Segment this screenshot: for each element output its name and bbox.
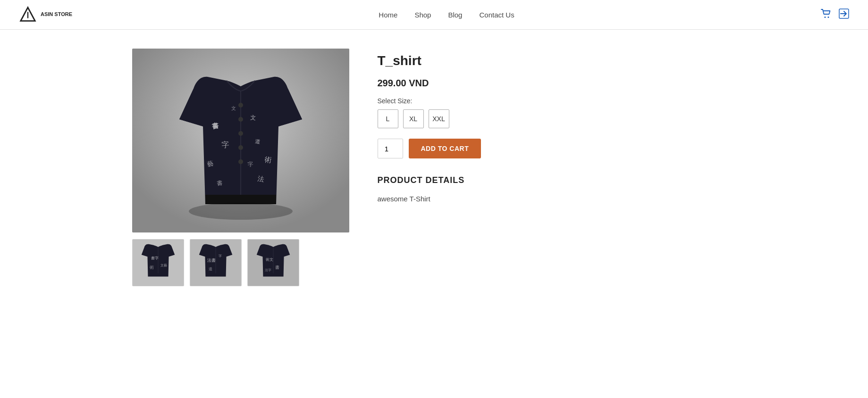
thumbnail-2[interactable]: 法書 字 道 <box>190 239 242 286</box>
svg-text:術文: 術文 <box>266 257 273 262</box>
size-label: Select Size: <box>378 97 736 105</box>
main-nav: Home Shop Blog Contact Us <box>379 11 514 19</box>
logo-text: ASIN STORE <box>41 11 72 17</box>
main-product-image: 書 文 字 道 藝 術 書 法 文 字 <box>132 49 349 232</box>
main-content: 書 文 字 道 藝 術 書 法 文 字 <box>104 30 765 305</box>
cart-icon <box>821 9 831 18</box>
nav-icon-area <box>821 8 849 21</box>
product-details-heading: PRODUCT DETAILS <box>378 175 736 185</box>
svg-point-7 <box>238 103 243 108</box>
svg-text:文: 文 <box>231 106 236 111</box>
size-btn-l[interactable]: L <box>378 109 398 128</box>
svg-text:文: 文 <box>250 114 256 121</box>
svg-point-11 <box>238 159 243 164</box>
nav-contact[interactable]: Contact Us <box>479 11 514 19</box>
product-description: awesome T-Shirt <box>378 195 736 203</box>
svg-point-10 <box>238 145 243 150</box>
add-to-cart-row: ADD TO CART <box>378 139 736 158</box>
svg-text:書: 書 <box>211 122 219 130</box>
svg-text:字: 字 <box>221 141 229 149</box>
svg-text:字: 字 <box>247 161 253 168</box>
svg-text:術: 術 <box>264 155 272 164</box>
nav-blog[interactable]: Blog <box>448 11 462 19</box>
svg-point-3 <box>827 17 829 18</box>
svg-text:術: 術 <box>150 265 154 270</box>
site-header: ASIN STORE Home Shop Blog Contact Us <box>0 0 868 30</box>
logo[interactable]: ASIN STORE <box>19 6 72 24</box>
size-btn-xl[interactable]: XL <box>403 109 424 128</box>
svg-text:法字: 法字 <box>265 268 271 272</box>
svg-text:書: 書 <box>275 265 279 270</box>
size-btn-xxl[interactable]: XXL <box>429 109 449 128</box>
thumbnail-1[interactable]: 書字 文藝 術 <box>132 239 184 286</box>
svg-text:法書: 法書 <box>207 258 216 263</box>
size-options: L XL XXL <box>378 109 736 128</box>
svg-point-9 <box>238 131 243 136</box>
login-icon <box>839 8 849 19</box>
product-title: T_shirt <box>378 53 736 68</box>
svg-point-2 <box>824 17 826 18</box>
quantity-input[interactable] <box>378 139 403 158</box>
nav-home[interactable]: Home <box>379 11 397 19</box>
svg-text:書: 書 <box>216 179 223 187</box>
svg-text:字: 字 <box>218 254 221 257</box>
thumbnail-list: 書字 文藝 術 法書 字 道 <box>132 239 349 286</box>
product-price: 299.00 VND <box>378 78 736 89</box>
thumbnail-3[interactable]: 術文 書 法字 <box>247 239 299 286</box>
product-images: 書 文 字 道 藝 術 書 法 文 字 <box>132 49 349 286</box>
cart-icon-button[interactable] <box>821 9 831 21</box>
svg-point-22 <box>189 203 293 220</box>
svg-text:道: 道 <box>209 267 212 271</box>
svg-point-8 <box>238 117 243 122</box>
product-details-panel: T_shirt 299.00 VND Select Size: L XL XXL… <box>378 49 736 286</box>
svg-text:法: 法 <box>257 174 265 183</box>
svg-text:書字: 書字 <box>151 256 159 260</box>
svg-text:文藝: 文藝 <box>160 264 167 267</box>
add-to-cart-button[interactable]: ADD TO CART <box>409 139 481 158</box>
logo-icon <box>19 6 37 24</box>
login-icon-button[interactable] <box>839 8 849 21</box>
nav-shop[interactable]: Shop <box>414 11 431 19</box>
svg-text:道: 道 <box>254 138 261 144</box>
